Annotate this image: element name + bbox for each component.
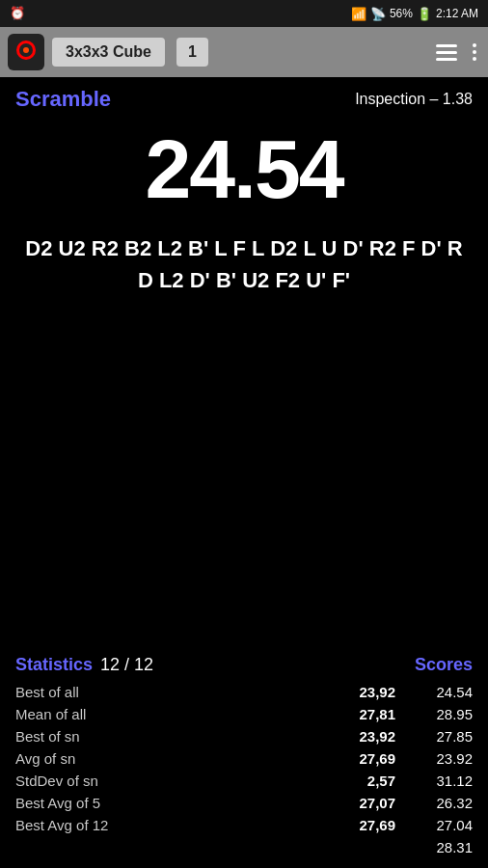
logo-dot: [23, 47, 29, 53]
score-item: 31.12: [395, 770, 473, 792]
score-item: 28.95: [395, 703, 473, 725]
stat-row: Best Avg of 1227,69: [15, 814, 395, 836]
scores-label: Scores: [415, 655, 473, 675]
time-display: 2:12 AM: [436, 7, 478, 20]
stat-row: Avg of sn27,69: [15, 747, 395, 770]
scramble-text: D2 U2 R2 B2 L2 B' L F L D2 L U D' R2 F D…: [15, 232, 473, 296]
stat-value: 27,69: [347, 817, 395, 833]
inspection-label: Inspection – 1.38: [355, 91, 473, 108]
score-item: 27.04: [395, 814, 473, 836]
app-logo: [8, 34, 44, 70]
cube-title-button[interactable]: 3x3x3 Cube: [52, 38, 165, 67]
stats-header: Statistics 12 / 12 Scores: [15, 655, 473, 675]
hamburger-icon: [436, 44, 457, 61]
status-icons: 📶 📡 56% 🔋 2:12 AM: [351, 7, 478, 21]
stat-name: Best Avg of 5: [15, 795, 100, 811]
stat-row: StdDev of sn2,57: [15, 770, 395, 792]
dot-icon-3: [473, 57, 476, 61]
timer-display[interactable]: 24.54: [15, 122, 473, 217]
stats-section: Statistics 12 / 12 Scores Best of all23,…: [0, 645, 488, 868]
score-item: 28.31: [395, 836, 473, 858]
wifi-icon: 📶: [351, 7, 366, 21]
stat-name: Avg of sn: [15, 750, 75, 767]
session-number-button[interactable]: 1: [176, 38, 208, 67]
stat-value: 23,92: [347, 728, 395, 745]
signal-icon: 📡: [370, 7, 386, 21]
score-item: 24.54: [395, 681, 473, 703]
main-content: Scramble Inspection – 1.38 24.54 D2 U2 R…: [0, 77, 488, 296]
header-row: Scramble Inspection – 1.38: [15, 87, 473, 112]
stat-name: Mean of all: [15, 706, 86, 722]
overflow-menu-button[interactable]: [469, 35, 480, 69]
battery-percent: 56%: [390, 7, 413, 20]
stat-value: 27,07: [347, 795, 395, 811]
stats-body: Best of all23,92Mean of all27,81Best of …: [15, 681, 473, 858]
stat-name: Best Avg of 12: [15, 817, 108, 833]
battery-icon: 🔋: [417, 7, 432, 21]
dot-icon-1: [473, 43, 476, 47]
dot-icon-2: [473, 50, 476, 54]
scramble-label: Scramble: [15, 87, 111, 112]
statistics-count: 12 / 12: [100, 655, 153, 675]
stats-header-left: Statistics 12 / 12: [15, 655, 153, 675]
score-item: 27.85: [395, 725, 473, 747]
stat-name: StdDev of sn: [15, 773, 98, 789]
status-bar-left: ⏰: [10, 4, 25, 21]
stat-row: Best of all23,92: [15, 681, 395, 703]
stats-rows: Best of all23,92Mean of all27,81Best of …: [15, 681, 395, 858]
top-bar: 3x3x3 Cube 1: [0, 27, 488, 77]
timer-value: 24.54: [145, 122, 342, 215]
stat-name: Best of sn: [15, 728, 80, 745]
score-item: 23.92: [395, 747, 473, 770]
stat-value: 2,57: [347, 773, 395, 789]
stat-row: Mean of all27,81: [15, 703, 395, 725]
clock-icon: ⏰: [10, 6, 25, 20]
stat-value: 23,92: [347, 684, 395, 700]
status-bar: ⏰ 📶 📡 56% 🔋 2:12 AM: [0, 0, 488, 27]
statistics-label: Statistics: [15, 655, 93, 675]
stat-row: Best Avg of 527,07: [15, 792, 395, 814]
stat-name: Best of all: [15, 684, 79, 700]
menu-button[interactable]: [432, 41, 461, 65]
stat-value: 27,81: [347, 706, 395, 722]
stat-value: 27,69: [347, 750, 395, 767]
score-item: 26.32: [395, 792, 473, 814]
logo-inner: [13, 39, 40, 66]
stat-row: Best of sn23,92: [15, 725, 395, 747]
scores-list: 24.5428.9527.8523.9231.1226.3227.0428.31: [395, 681, 473, 858]
